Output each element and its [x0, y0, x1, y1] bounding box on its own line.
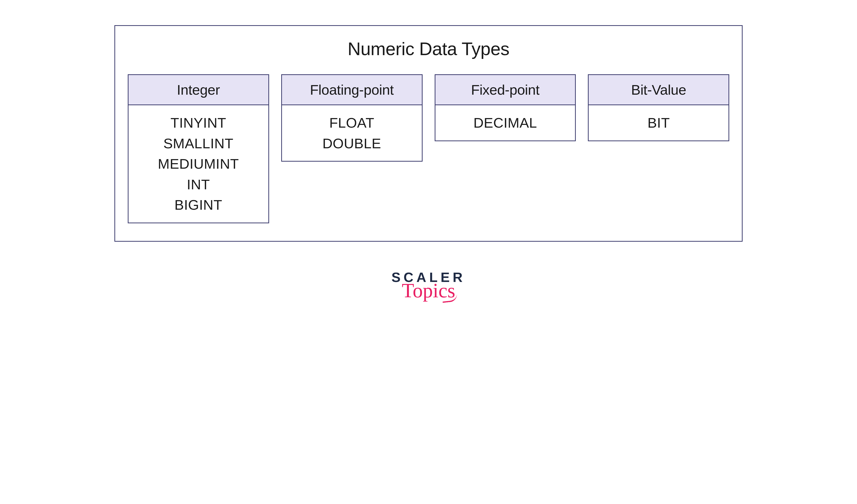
- category-body: BIT: [589, 105, 728, 140]
- type-item: BIT: [648, 113, 670, 133]
- category-floating-point: Floating-point FLOAT DOUBLE: [281, 74, 423, 162]
- category-fixed-point: Fixed-point DECIMAL: [435, 74, 576, 141]
- category-header: Integer: [129, 75, 268, 105]
- type-item: INT: [187, 175, 210, 194]
- diagram-frame: Numeric Data Types Integer TINYINT SMALL…: [114, 25, 743, 242]
- brand-logo: SCALER Topics: [391, 270, 466, 300]
- category-header: Bit-Value: [589, 75, 728, 105]
- type-item: TINYINT: [171, 113, 226, 133]
- type-item: SMALLINT: [163, 134, 233, 153]
- category-header: Fixed-point: [435, 75, 575, 105]
- category-body: DECIMAL: [435, 105, 575, 140]
- category-bit-value: Bit-Value BIT: [588, 74, 729, 141]
- type-item: FLOAT: [329, 113, 374, 133]
- type-item: DOUBLE: [322, 134, 381, 153]
- category-body: FLOAT DOUBLE: [282, 105, 422, 161]
- type-item: MEDIUMINT: [158, 154, 239, 173]
- category-header: Floating-point: [282, 75, 422, 105]
- diagram-title: Numeric Data Types: [348, 38, 509, 59]
- categories-row: Integer TINYINT SMALLINT MEDIUMINT INT B…: [128, 74, 729, 223]
- type-item: DECIMAL: [473, 113, 537, 133]
- type-item: BIGINT: [174, 195, 222, 214]
- category-integer: Integer TINYINT SMALLINT MEDIUMINT INT B…: [128, 74, 269, 223]
- logo-line-2: Topics: [402, 280, 455, 300]
- category-body: TINYINT SMALLINT MEDIUMINT INT BIGINT: [129, 105, 268, 223]
